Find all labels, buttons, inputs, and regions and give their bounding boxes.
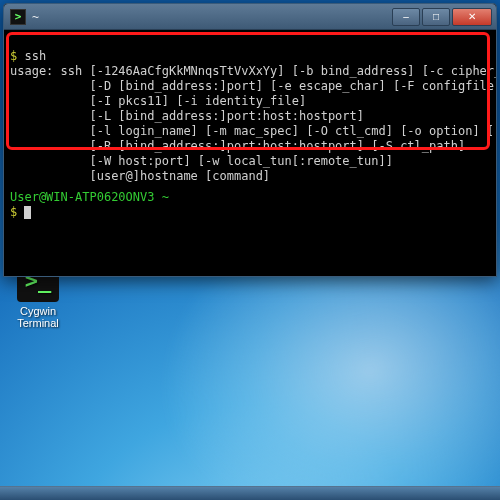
terminal-command-line: $ ssh [10, 49, 490, 64]
terminal-prompt: User@WIN-ATP0620ONV3 ~ [10, 190, 490, 205]
app-icon: > [10, 9, 26, 25]
usage-line: [-D [bind_address:]port] [-e escape_char… [10, 79, 490, 94]
desktop-icon-label: Cygwin Terminal [8, 305, 68, 329]
prompt-symbol: $ [10, 205, 17, 219]
minimize-button[interactable]: – [392, 8, 420, 26]
window-title: ~ [32, 10, 392, 24]
close-button[interactable]: ✕ [452, 8, 492, 26]
maximize-button[interactable]: □ [422, 8, 450, 26]
usage-line: [-l login_name] [-m mac_spec] [-O ctl_cm… [10, 124, 490, 139]
usage-line: [-R [bind_address:]port:host:hostport] [… [10, 139, 490, 154]
cursor-icon [24, 206, 31, 219]
terminal-input-line[interactable]: $ [10, 205, 490, 220]
command-text: ssh [24, 49, 46, 63]
prompt-symbol: $ [10, 49, 24, 63]
usage-line: [-I pkcs11] [-i identity_file] [10, 94, 490, 109]
usage-line: [-W host:port] [-w local_tun[:remote_tun… [10, 154, 490, 169]
titlebar[interactable]: > ~ – □ ✕ [4, 4, 496, 30]
usage-line: [user@]hostname [command] [10, 169, 490, 184]
terminal-body[interactable]: User@WIN-ATP0620ONV3 ~ $ ssh usage: ssh … [4, 30, 496, 276]
terminal-window: > ~ – □ ✕ User@WIN-ATP0620ONV3 ~ $ ssh u… [3, 3, 497, 277]
taskbar[interactable] [0, 486, 500, 500]
usage-line: [-L [bind_address:]port:host:hostport] [10, 109, 490, 124]
usage-line: usage: ssh [-1246AaCfgKkMNnqsTtVvXxYy] [… [10, 64, 490, 79]
